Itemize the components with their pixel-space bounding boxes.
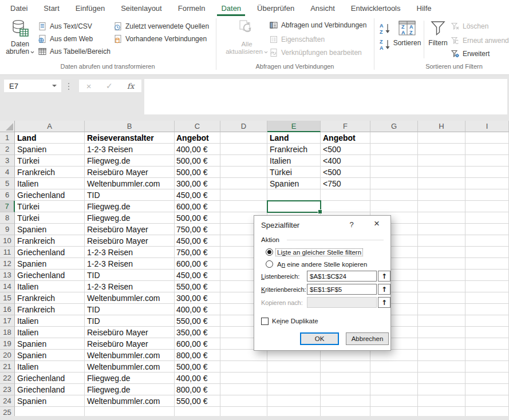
cell-C15[interactable]: 300,00 € xyxy=(175,292,220,304)
tab-einfuegen[interactable]: Einfügen xyxy=(68,0,113,16)
filter-button[interactable]: Filtern xyxy=(426,20,450,47)
cell-B17[interactable]: TID xyxy=(85,315,175,327)
column-header-A[interactable]: A xyxy=(15,121,85,132)
cell-G20[interactable] xyxy=(370,350,418,361)
cell-A12[interactable]: Spanien xyxy=(15,258,85,270)
sort-az-button[interactable]: A Z xyxy=(379,22,393,38)
cell-D6[interactable] xyxy=(220,189,267,201)
cell-B1[interactable]: Reiseveranstalter xyxy=(85,132,175,144)
column-header-F[interactable]: F xyxy=(321,121,370,132)
cell-C2[interactable]: 400,00 € xyxy=(175,144,220,155)
cell-C3[interactable]: 500,00 € xyxy=(175,155,220,167)
tab-seitenlayout[interactable]: Seitenlayout xyxy=(113,0,170,16)
recent-sources-button[interactable]: Zuletzt verwendete Quellen xyxy=(113,21,209,32)
cell-D1[interactable] xyxy=(220,132,267,144)
select-all-corner[interactable] xyxy=(0,121,15,132)
cell-G7[interactable] xyxy=(370,201,418,212)
sort-za-button[interactable]: Z A xyxy=(379,38,393,54)
tab-hilfe[interactable]: Hilfe xyxy=(409,0,440,16)
from-table-range-button[interactable]: Aus Tabelle/Bereich xyxy=(38,46,111,57)
existing-connections-button[interactable]: Vorhandene Verbindungen xyxy=(113,33,207,45)
cell-E3[interactable]: Italien xyxy=(267,155,321,167)
cell-A24[interactable]: Spanien xyxy=(15,395,85,407)
cell-H2[interactable] xyxy=(418,144,465,155)
radio-unselected-icon[interactable] xyxy=(266,260,273,268)
cell-I12[interactable] xyxy=(465,258,509,270)
cell-E1[interactable]: Land xyxy=(267,132,321,144)
cell-A3[interactable]: Türkei xyxy=(15,155,85,167)
cell-B14[interactable]: 1-2-3 Reisen xyxy=(85,281,175,292)
cell-E20[interactable] xyxy=(267,350,321,361)
refresh-all-button[interactable]: Alle aktualisieren xyxy=(227,19,267,56)
column-header-D[interactable]: D xyxy=(220,121,267,132)
cell-F20[interactable] xyxy=(321,350,370,361)
advanced-filter-button[interactable]: Erweitert xyxy=(451,48,490,60)
cell-A4[interactable]: Frankreich xyxy=(15,167,85,178)
row-header-5[interactable]: 5 xyxy=(0,178,15,189)
cell-H13[interactable] xyxy=(418,270,465,281)
active-cell-selection[interactable] xyxy=(267,200,321,213)
cell-B10[interactable]: Reisebüro Mayer xyxy=(85,235,175,247)
cell-I1[interactable] xyxy=(465,132,509,144)
tab-start[interactable]: Start xyxy=(35,0,67,16)
row-header-23[interactable]: 23 xyxy=(0,384,15,395)
cell-G5[interactable] xyxy=(370,178,418,189)
cell-C8[interactable]: 500,00 € xyxy=(175,212,220,224)
tab-ueberpruefen[interactable]: Überprüfen xyxy=(249,0,302,16)
cancel-button[interactable]: Abbrechen xyxy=(346,332,389,345)
cell-H10[interactable] xyxy=(418,235,465,247)
column-header-G[interactable]: G xyxy=(370,121,418,132)
cell-F6[interactable] xyxy=(321,189,370,201)
list-range-collapse-button[interactable]: ↑ xyxy=(378,271,390,282)
cell-A5[interactable]: Italien xyxy=(15,178,85,189)
cell-A2[interactable]: Spanien xyxy=(15,144,85,155)
cell-D7[interactable] xyxy=(220,201,267,212)
cell-D3[interactable] xyxy=(220,155,267,167)
cell-I22[interactable] xyxy=(465,373,509,384)
cell-H9[interactable] xyxy=(418,224,465,235)
cell-B15[interactable]: Weltenbummler.com xyxy=(85,292,175,304)
row-header-22[interactable]: 22 xyxy=(0,373,15,384)
cell-H4[interactable] xyxy=(418,167,465,178)
cell-B24[interactable]: Weltenbummler.com xyxy=(85,395,175,407)
row-header-19[interactable]: 19 xyxy=(0,338,15,350)
cell-A14[interactable]: Italien xyxy=(15,281,85,292)
cell-H20[interactable] xyxy=(418,350,465,361)
cell-C13[interactable]: 450,00 € xyxy=(175,270,220,281)
cell-C1[interactable]: Angebot xyxy=(175,132,220,144)
row-header-18[interactable]: 18 xyxy=(0,327,15,338)
cell-D20[interactable] xyxy=(220,350,267,361)
row-header-25[interactable]: 25 xyxy=(0,407,15,416)
tab-formeln[interactable]: Formeln xyxy=(170,0,214,16)
cell-A9[interactable]: Spanien xyxy=(15,224,85,235)
cell-D22[interactable] xyxy=(220,373,267,384)
cell-I6[interactable] xyxy=(465,189,509,201)
cell-A18[interactable]: Italien xyxy=(15,327,85,338)
cell-B22[interactable]: Fliegweg.de xyxy=(85,373,175,384)
cell-I11[interactable] xyxy=(465,247,509,258)
copy-to-collapse-button[interactable]: ↑ xyxy=(378,297,390,308)
cell-D23[interactable] xyxy=(220,384,267,395)
cell-I4[interactable] xyxy=(465,167,509,178)
column-header-H[interactable]: H xyxy=(418,121,465,132)
name-box[interactable]: E7 xyxy=(4,80,61,92)
cell-D25[interactable] xyxy=(220,407,267,416)
cell-H7[interactable] xyxy=(418,201,465,212)
cell-C17[interactable]: 550,00 € xyxy=(175,315,220,327)
from-text-csv-button[interactable]: Aus Text/CSV xyxy=(38,21,92,32)
cell-H22[interactable] xyxy=(418,373,465,384)
cell-B23[interactable]: Fliegweg.de xyxy=(85,384,175,395)
radio-copy-to-other[interactable]: An eine andere Stelle kopieren xyxy=(266,260,368,268)
ok-button[interactable]: OK xyxy=(300,332,339,345)
cell-A23[interactable]: Griechenland xyxy=(15,384,85,395)
row-header-9[interactable]: 9 xyxy=(0,224,15,235)
cell-C4[interactable]: 500,00 € xyxy=(175,167,220,178)
tab-datei[interactable]: Datei xyxy=(2,0,35,16)
help-icon[interactable]: ? xyxy=(346,220,357,229)
cell-I23[interactable] xyxy=(465,384,509,395)
cancel-icon[interactable]: × xyxy=(86,81,92,91)
list-range-input[interactable]: $A$1:$C$24 xyxy=(307,271,377,282)
column-header-B[interactable]: B xyxy=(85,121,175,132)
column-header-C[interactable]: C xyxy=(175,121,220,132)
cell-I13[interactable] xyxy=(465,270,509,281)
